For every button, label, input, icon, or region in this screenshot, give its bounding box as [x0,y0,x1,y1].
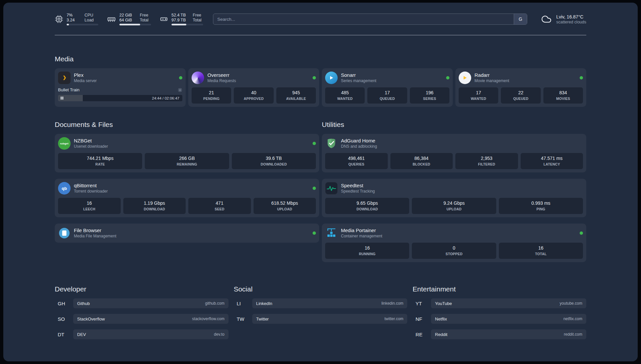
adguard-card[interactable]: AdGuard Home DNS and adblocking 498,461 … [322,134,586,172]
disk-progress-track [171,24,203,25]
stat-running: 16 RUNNING [325,243,409,259]
status-dot [313,76,316,79]
bookmark-twitter: TW Twitter twitter.com [234,314,408,324]
sonarr-icon [325,72,338,84]
stat-seed: 471 SEED [188,198,251,214]
disk-free-value: 52.4 TB [171,13,188,17]
bookmark-linkedin: LI LinkedIn linkedin.com [234,298,408,308]
bookmark-stackoverflow: SO StackOverflow stackoverflow.com [55,314,229,324]
resource-widgets: 7% CPU 3.24 Load [55,13,203,25]
bookmark-link[interactable]: Twitter twitter.com [252,314,408,324]
memory-readout: 22 GiB Free 64 GiB Total [119,13,151,25]
bookmark-link[interactable]: Github github.com [73,298,229,308]
media-heading: Media [55,55,586,63]
topbar-divider [55,35,586,35]
bookmark-link[interactable]: DEV dev.to [73,329,229,339]
card-subtitle: Container management [341,234,382,239]
search-bar: G [213,14,527,25]
radarr-icon [459,72,471,84]
disk-free-label: Free [193,13,203,17]
bookmark-github: GH Github github.com [55,298,229,308]
sonarr-card[interactable]: Sonarr Series management 485 WANTED 17 Q… [322,68,453,107]
bookmark-link[interactable]: StackOverflow stackoverflow.com [73,314,229,324]
stat-approved: 40 APPROVED [234,87,273,104]
stat-wanted: 17 WANTED [459,87,498,104]
qbittorrent-card[interactable]: qb qBittorrent Torrent downloader 16 LEE… [55,179,319,217]
section-documents: Documents & Files nzbget NZBGet Usenet d… [55,121,319,262]
stat-leech: 16 LEECH [58,198,121,214]
nzbget-card[interactable]: nzbget NZBGet Usenet downloader 744.21 M… [55,134,319,172]
portainer-card[interactable]: Media Portainer Container management 16 … [322,224,586,262]
bookmark-link[interactable]: YouTube youtube.com [431,298,586,308]
stat-downloaded: 39.6 TB DOWNLOADED [232,153,316,169]
bookmark-link[interactable]: Netflix netflix.com [431,314,586,324]
stat-rate: 744.21 Mbps RATE [58,153,142,169]
stat-queued: 22 QUEUED [501,87,540,104]
status-dot [580,76,583,79]
cpu-usage-label: CPU [84,13,98,17]
stat-series: 196 SERIES [410,87,449,104]
cpu-usage-value: 7% [67,13,79,17]
disk-icon [160,15,168,23]
stat-pending: 21 PENDING [192,87,231,104]
bookmark-link[interactable]: Reddit reddit.com [431,329,586,339]
weather-text: Lviv, 16.87°C scattered clouds [556,14,586,24]
stat-latency: 47.571 ms LATENCY [521,153,583,169]
search-provider-button[interactable]: G [514,14,527,24]
weather-condition: scattered clouds [556,20,586,24]
section-utilities: Utilities AdGuard Home [322,121,586,262]
bookmark-link[interactable]: LinkedIn linkedin.com [252,298,408,308]
disk-total-label: Total [193,18,203,22]
dashboard-panel: 7% CPU 3.24 Load [3,3,638,361]
playback-progress-bar[interactable]: 24:44 / 02:06:47 [58,95,182,101]
memory-total-value: 64 GiB [119,18,135,22]
stat-upload: 618.52 Mbps UPLOAD [254,198,316,214]
developer-heading: Developer [55,285,229,293]
overseerr-card[interactable]: Overseerr Media Requests 21 PENDING 40 A… [188,68,319,107]
stat-queued: 17 QUEUED [367,87,407,104]
memory-progress-track [119,24,151,25]
speedtest-card[interactable]: Speedtest Speedtest Tracking 9.65 Gbps D… [322,179,586,217]
stat-upload: 9.24 Gbps UPLOAD [412,198,496,214]
portainer-icon [325,227,338,239]
stat-movies: 834 MOVIES [543,87,583,104]
adguard-icon [325,137,338,150]
status-dot [313,231,316,235]
playback-time: 24:44 / 02:06:47 [152,96,179,100]
cpu-readout: 7% CPU 3.24 Load [67,13,98,25]
stat-total: 16 TOTAL [499,243,583,259]
disk-progress-fill [171,24,186,25]
stat-ping: 0.993 ms PING [499,198,583,214]
plex-card[interactable]: Plex Media server Bullet Train [55,68,186,107]
plex-icon [58,72,71,84]
memory-icon [107,15,116,23]
gear-icon[interactable] [178,88,182,92]
weather-location: Lviv, 16.87°C [556,14,586,19]
card-subtitle: DNS and adblocking [341,144,377,149]
bookmark-abbr: GH [55,301,73,306]
search-input[interactable] [213,14,527,25]
card-subtitle: Media File Management [74,234,116,239]
bookmark-abbr: YT [412,301,431,306]
radarr-card[interactable]: Radarr Movie management 17 WANTED 22 QUE… [455,68,586,107]
speedtest-icon [325,182,338,195]
memory-progress-fill [119,24,140,25]
status-dot [580,231,583,235]
bookmark-abbr: LI [234,301,252,306]
stat-remaining: 266 GB REMAINING [145,153,229,169]
disk-readout: 52.4 TB Free 97.9 TB Total [171,13,203,25]
section-media: Media Plex Media server Bullet Train [55,55,586,107]
bookmark-abbr: SO [55,316,73,322]
memory-widget: 22 GiB Free 64 GiB Total [107,13,151,25]
filebrowser-card[interactable]: File Browser Media File Management [55,224,319,243]
pause-icon[interactable] [61,97,63,100]
qbittorrent-icon: qb [58,182,71,195]
card-title: qBittorrent [74,183,108,188]
stat-available: 945 AVAILABLE [276,87,316,104]
status-dot [313,142,316,145]
card-subtitle: Torrent downloader [74,189,108,194]
weather-widget[interactable]: Lviv, 16.87°C scattered clouds [540,14,586,24]
bookmark-abbr: DT [55,332,73,337]
cpu-progress-fill [67,24,69,25]
bookmark-abbr: NF [412,316,431,322]
